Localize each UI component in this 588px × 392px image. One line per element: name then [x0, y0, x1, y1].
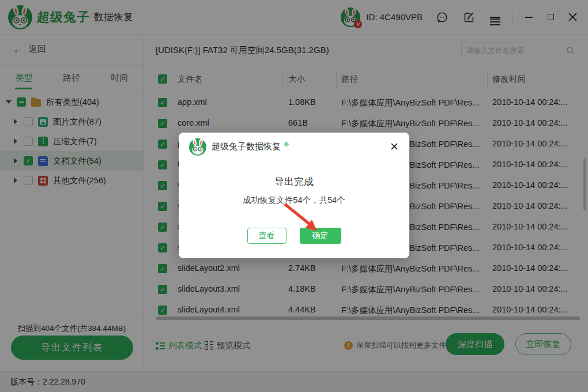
export-complete-dialog: 超级兔子数据恢复 ✕ 导出完成 成功恢复文件54个，共54个 查看 确定	[179, 133, 409, 258]
app-window: 超级兔子 数据恢复 V ID: 4C490VPB	[0, 0, 588, 392]
dialog-title: 超级兔子数据恢复	[212, 141, 281, 152]
view-button[interactable]: 查看	[247, 228, 287, 244]
dialog-header: 超级兔子数据恢复 ✕	[179, 133, 409, 161]
dialog-message: 导出完成	[179, 175, 409, 189]
dialog-detail: 成功恢复文件54个，共54个	[179, 195, 409, 206]
sparkle-icon	[284, 141, 289, 147]
dialog-buttons: 查看 确定	[179, 228, 409, 244]
dialog-rabbit-logo-icon	[189, 138, 206, 156]
ok-button[interactable]: 确定	[300, 228, 341, 244]
dialog-close-icon[interactable]: ✕	[389, 141, 400, 153]
